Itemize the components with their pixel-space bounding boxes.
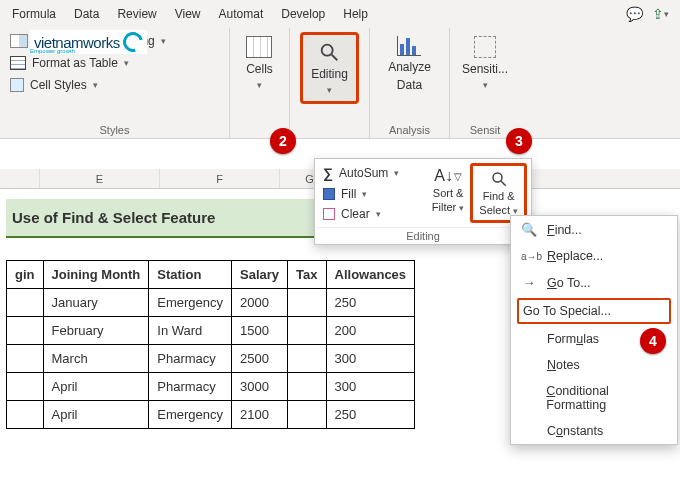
tab-review[interactable]: Review [109, 3, 164, 25]
replace-icon: a→b [521, 251, 537, 262]
svg-line-1 [332, 55, 338, 61]
analysis-group-label: Analysis [389, 122, 430, 136]
autosum-button[interactable]: ∑AutoSum ▾ [319, 163, 422, 183]
sort-filter-icon: A↓▽ [434, 167, 462, 185]
step-badge-2: 2 [270, 128, 296, 154]
col-f[interactable]: F [160, 169, 280, 188]
sigma-icon: ∑ [323, 165, 333, 181]
menu-constants[interactable]: Constants [511, 418, 677, 444]
table-header-row: gin Joining Month Station Salary Tax All… [7, 261, 415, 289]
tab-data[interactable]: Data [66, 3, 107, 25]
search-icon: 🔍 [521, 222, 537, 237]
sensitivity-label: Sensiti... [462, 62, 508, 76]
tab-view[interactable]: View [167, 3, 209, 25]
analyze-label-2: Data [397, 78, 422, 92]
analyze-data-button[interactable]: Analyze Data [384, 32, 435, 96]
chart-icon [397, 36, 421, 56]
menu-conditional-formatting[interactable]: Conditional Formatting [511, 378, 677, 418]
fill-button[interactable]: Fill ▾ [319, 185, 422, 203]
col-e[interactable]: E [40, 169, 160, 188]
share-icon[interactable]: ⇪▾ [652, 6, 668, 22]
cells-group: Cells ▾ [230, 28, 290, 138]
conditional-formatting-icon [10, 34, 28, 48]
svg-point-2 [493, 173, 502, 182]
tab-develop[interactable]: Develop [273, 3, 333, 25]
tab-formula[interactable]: Formula [4, 3, 64, 25]
ribbon: Formula Data Review View Automat Develop… [0, 0, 680, 139]
format-as-table-button[interactable]: Format as Table▾ [6, 54, 223, 72]
step-badge-3: 3 [506, 128, 532, 154]
editing-button[interactable]: Editing ▾ [300, 32, 359, 104]
menu-find[interactable]: 🔍Find... [511, 216, 677, 243]
tab-automat[interactable]: Automat [211, 3, 272, 25]
header-gin[interactable]: gin [7, 261, 44, 289]
comments-icon[interactable]: 💬 [626, 6, 642, 22]
format-as-table-icon [10, 56, 26, 70]
search-icon [318, 41, 340, 63]
sensitivity-button[interactable]: Sensiti... ▾ [458, 32, 512, 94]
menu-notes[interactable]: Notes [511, 352, 677, 378]
menu-replace[interactable]: a→bReplace... [511, 243, 677, 269]
table-row: AprilPharmacy3000300 [7, 373, 415, 401]
cells-label: Cells [246, 62, 273, 76]
step-badge-4: 4 [640, 328, 666, 354]
editing-dropdown: ∑AutoSum ▾ Fill ▾ Clear ▾ A↓▽ Sort & Fil… [314, 158, 532, 245]
cell-styles-label: Cell Styles [30, 78, 87, 92]
cells-button[interactable]: Cells ▾ [242, 32, 277, 94]
sort-filter-button[interactable]: A↓▽ Sort & Filter ▾ [426, 163, 471, 223]
table-row: AprilEmergency2100250 [7, 401, 415, 429]
sensitivity-group-label: Sensit [470, 122, 501, 136]
cell-styles-button[interactable]: Cell Styles▾ [6, 76, 223, 94]
sensitivity-group: Sensiti... ▾ Sensit [450, 28, 520, 138]
arrow-right-icon: → [521, 275, 537, 290]
clear-button[interactable]: Clear ▾ [319, 205, 422, 223]
sensitivity-icon [474, 36, 496, 58]
fill-icon [323, 188, 335, 200]
svg-line-3 [501, 181, 506, 186]
menu-goto-special[interactable]: Go To Special... [517, 298, 671, 324]
svg-point-0 [322, 45, 333, 56]
table-row: MarchPharmacy2500300 [7, 345, 415, 373]
analyze-label-1: Analyze [388, 60, 431, 74]
header-tax[interactable]: Tax [288, 261, 326, 289]
logo-circle-icon [119, 28, 146, 55]
format-as-table-label: Format as Table [32, 56, 118, 70]
analysis-group: Analyze Data Analysis [370, 28, 450, 138]
styles-group-label: Styles [6, 122, 223, 136]
tab-help[interactable]: Help [335, 3, 376, 25]
cell-styles-icon [10, 78, 24, 92]
editing-dropdown-label: Editing [315, 227, 531, 244]
header-salary[interactable]: Salary [232, 261, 288, 289]
menu-goto[interactable]: →Go To... [511, 269, 677, 296]
cells-icon [246, 36, 272, 58]
header-station[interactable]: Station [149, 261, 232, 289]
editing-group: Editing ▾ [290, 28, 370, 138]
table-row: JanuaryEmergency2000250 [7, 289, 415, 317]
table-row: FebruaryIn Ward1500200 [7, 317, 415, 345]
ribbon-tabs: Formula Data Review View Automat Develop… [0, 0, 680, 28]
logo-tagline: Empower growth [30, 48, 75, 54]
eraser-icon [323, 208, 335, 220]
header-joining-month[interactable]: Joining Month [43, 261, 149, 289]
vietnamworks-logo: vietnamworks Empower growth [30, 30, 147, 54]
find-select-button[interactable]: Find & Select ▾ [470, 163, 527, 223]
header-allowances[interactable]: Allowances [326, 261, 415, 289]
data-table: gin Joining Month Station Salary Tax All… [6, 260, 415, 429]
editing-label: Editing [311, 67, 348, 81]
search-icon [490, 170, 508, 188]
